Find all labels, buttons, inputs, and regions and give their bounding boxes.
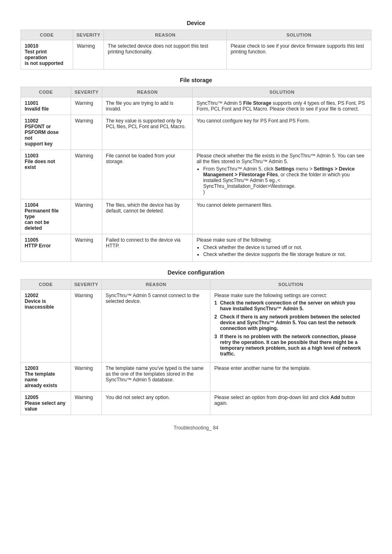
reason-11002: The key value is supported only by PCL f… <box>102 115 193 150</box>
severity-11005: Warning <box>71 234 102 262</box>
reason-11003: File cannot be loaded from your storage. <box>102 150 193 199</box>
reason-11001: The file you are trying to add is invali… <box>102 97 193 115</box>
severity-12002: Warning <box>71 290 101 362</box>
severity-12003: Warning <box>71 362 101 392</box>
col-code-device: CODE <box>21 30 73 40</box>
col-solution-fs: SOLUTION <box>193 87 371 97</box>
file-storage-title: File storage <box>21 77 371 83</box>
solution-11003: Please check whether the file exists in … <box>193 150 371 199</box>
severity-11003: Warning <box>71 150 102 199</box>
solution-12005: Please select an option from drop-down l… <box>210 392 371 415</box>
col-code-dc: CODE <box>21 279 71 290</box>
solution-11005: Please make sure of the following: Check… <box>193 234 371 262</box>
code-10010: 10010Test print operationis not supporte… <box>21 40 73 69</box>
device-table: CODE SEVERITY REASON SOLUTION 10010Test … <box>21 30 371 69</box>
code-11005: 11005HTTP Error <box>21 234 71 262</box>
solution-11001: SyncThru™ Admin 5 File Storage supports … <box>193 97 371 115</box>
device-configuration-table: CODE SEVERITY REASON SOLUTION 12002Devic… <box>21 279 371 415</box>
code-12002: 12002Device isinaccessible <box>21 290 71 362</box>
table-row: 12002Device isinaccessible Warning SyncT… <box>21 290 371 362</box>
file-storage-section: File storage CODE SEVERITY REASON SOLUTI… <box>21 77 371 262</box>
reason-12005: You did not select any option. <box>102 392 210 415</box>
table-row: 11002PSFONT orPSFORM dose notsupport key… <box>21 115 371 150</box>
reason-12003: The template name you've typed is the sa… <box>102 362 210 392</box>
table-row: 11004Permanent file typecan not be delet… <box>21 199 371 234</box>
file-storage-table: CODE SEVERITY REASON SOLUTION 11001Inval… <box>21 87 371 262</box>
code-12003: 12003The template namealready exists <box>21 362 71 392</box>
device-title: Device <box>21 20 371 26</box>
severity-10010: Warning <box>73 40 104 69</box>
table-row: 11001Invalid file Warning The file you a… <box>21 97 371 115</box>
col-severity-dc: SEVERITY <box>71 279 101 290</box>
device-section: Device CODE SEVERITY REASON SOLUTION 100… <box>21 20 371 69</box>
table-row: 12003The template namealready exists War… <box>21 362 371 392</box>
reason-10010: The selected device does not support thi… <box>104 40 227 69</box>
page-footer: Troubleshooting_ 84 <box>21 425 371 431</box>
col-reason-device: REASON <box>104 30 227 40</box>
device-configuration-title: Device configuration <box>21 269 371 276</box>
table-row: 11005HTTP Error Warning Failed to connec… <box>21 234 371 262</box>
severity-12005: Warning <box>71 392 101 415</box>
col-reason-dc: REASON <box>102 279 210 290</box>
col-code-fs: CODE <box>21 87 71 97</box>
col-reason-fs: REASON <box>102 87 193 97</box>
reason-11005: Failed to connect to the device via HTTP… <box>102 234 193 262</box>
table-row: 12005Please select anyvalue Warning You … <box>21 392 371 415</box>
severity-11004: Warning <box>71 199 102 234</box>
solution-11004: You cannot delete permanent files. <box>193 199 371 234</box>
reason-12002: SyncThru™ Admin 5 cannot connect to the … <box>102 290 210 362</box>
severity-11001: Warning <box>71 97 102 115</box>
code-11004: 11004Permanent file typecan not be delet… <box>21 199 71 234</box>
col-severity-fs: SEVERITY <box>71 87 102 97</box>
table-row: 11003File does not exist Warning File ca… <box>21 150 371 199</box>
reason-11004: The files, which the device has by defau… <box>102 199 193 234</box>
code-11001: 11001Invalid file <box>21 97 71 115</box>
solution-10010: Please check to see if your device firmw… <box>227 40 371 69</box>
code-11003: 11003File does not exist <box>21 150 71 199</box>
solution-11002: You cannot configure key for PS Font and… <box>193 115 371 150</box>
col-solution-device: SOLUTION <box>227 30 371 40</box>
severity-11002: Warning <box>71 115 102 150</box>
solution-12003: Please enter another name for the templa… <box>210 362 371 392</box>
solution-12002: Please make sure the following settings … <box>210 290 371 362</box>
device-configuration-section: Device configuration CODE SEVERITY REASO… <box>21 269 371 415</box>
table-row: 10010Test print operationis not supporte… <box>21 40 371 69</box>
code-11002: 11002PSFONT orPSFORM dose notsupport key <box>21 115 71 150</box>
col-solution-dc: SOLUTION <box>210 279 371 290</box>
col-severity-device: SEVERITY <box>73 30 104 40</box>
code-12005: 12005Please select anyvalue <box>21 392 71 415</box>
